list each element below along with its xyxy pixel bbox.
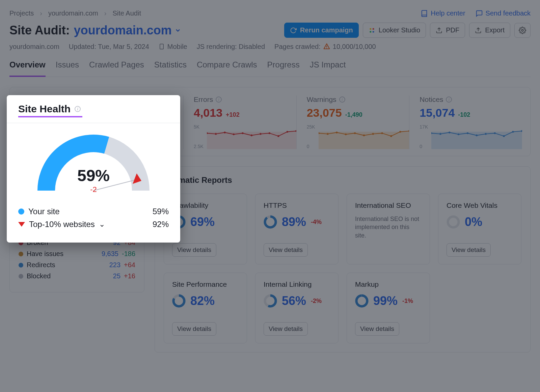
triangle-down-icon [18,222,25,227]
gauge-delta: -2 [33,185,154,194]
legend-top-10[interactable]: Top-10% websites ⌄ 92% [18,220,169,229]
site-health-popover: Site Health i 59% -2 Your site 59% Top-1… [7,95,180,243]
divider [7,123,180,123]
dot-icon [18,208,24,215]
site-health-gauge: 59% -2 [33,130,154,197]
site-health-title: Site Health i [18,103,169,115]
legend-your-site: Your site 59% [18,207,169,216]
your-site-value: 59% [153,207,169,216]
chevron-down-icon: ⌄ [99,220,105,229]
top-10-value: 92% [153,220,169,229]
title-underline [18,116,82,117]
gauge-score: 59% [33,166,154,185]
info-icon[interactable]: i [75,106,81,112]
